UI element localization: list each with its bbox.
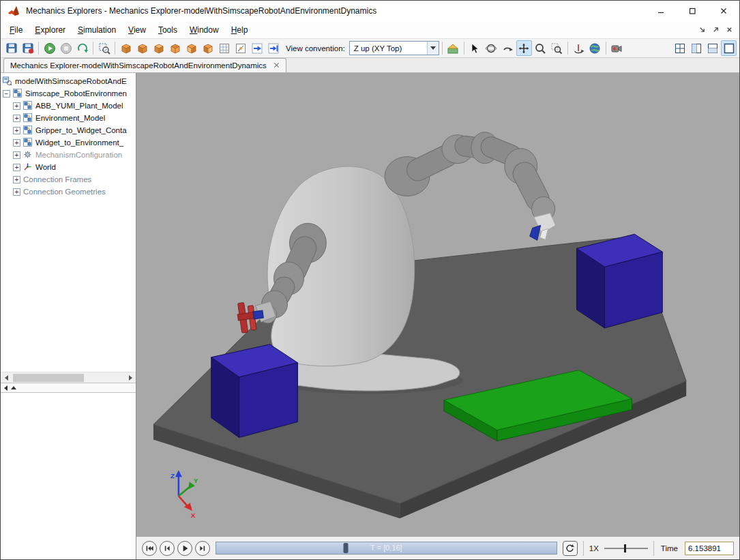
- save-button[interactable]: [3, 40, 19, 56]
- zoom-tool-button[interactable]: [533, 40, 548, 56]
- rotate-camera-button[interactable]: [571, 40, 587, 56]
- menu-tools[interactable]: Tools: [152, 23, 183, 38]
- mechanism-config-icon: [23, 150, 33, 160]
- frame-icon: [235, 42, 247, 55]
- view-bottom-button[interactable]: [167, 40, 183, 56]
- tree-item-widget-to-environment[interactable]: + Widget_to_Environment_: [1, 136, 136, 149]
- speed-slider-handle[interactable]: [624, 544, 626, 552]
- maximize-button[interactable]: [677, 1, 708, 21]
- globe-view-button[interactable]: [587, 40, 603, 56]
- go-to-start-button[interactable]: [142, 541, 157, 556]
- tree-item-model-root[interactable]: modelWithSimscapeRobotAndE: [1, 75, 136, 87]
- fit-to-view-button[interactable]: [96, 40, 112, 56]
- pane-splitter[interactable]: [1, 383, 136, 393]
- step-back-button[interactable]: [160, 541, 175, 556]
- close-x-icon: [726, 26, 733, 33]
- playback-bar: T = [0,16] 1X Time: [136, 536, 739, 559]
- play-button[interactable]: [177, 541, 192, 556]
- expand-expander-icon[interactable]: +: [13, 164, 20, 171]
- layout-grid-button[interactable]: [672, 40, 687, 56]
- menu-window[interactable]: Window: [183, 23, 225, 38]
- scroll-left-button[interactable]: [1, 372, 12, 383]
- expand-expander-icon[interactable]: +: [13, 188, 20, 196]
- pointer-tool-button[interactable]: [467, 40, 483, 56]
- force-arrow-button[interactable]: [265, 40, 281, 56]
- scroll-right-button[interactable]: [125, 372, 136, 383]
- scrollbar-thumb[interactable]: [13, 374, 84, 382]
- run-button[interactable]: [42, 40, 57, 56]
- robot-right-arm: [385, 132, 555, 241]
- scrollbar-track[interactable]: [12, 372, 125, 383]
- tree-item-world[interactable]: + World: [1, 161, 136, 173]
- window-controls: [645, 1, 739, 21]
- collapse-left-icon[interactable]: [4, 385, 8, 391]
- timeline-handle[interactable]: [343, 543, 348, 553]
- play-icon: [179, 543, 190, 554]
- dock-arrow-icon[interactable]: [696, 24, 708, 36]
- play-icon: [44, 42, 56, 55]
- roll-tool-button[interactable]: [500, 40, 516, 56]
- grid-toggle-button[interactable]: [216, 40, 232, 56]
- view-back-button[interactable]: [134, 40, 150, 56]
- tab-close-button[interactable]: [273, 61, 280, 70]
- timeline[interactable]: T = [0,16]: [216, 542, 557, 555]
- close-button[interactable]: [708, 1, 739, 21]
- view-top-button[interactable]: [151, 40, 166, 56]
- view-left-button[interactable]: [183, 40, 199, 56]
- record-video-button[interactable]: [609, 40, 625, 56]
- tree-item-abb-yumi-plant-model[interactable]: + ABB_YUMI_Plant_Model: [1, 100, 136, 112]
- undock-icon[interactable]: [709, 24, 722, 36]
- viewport-3d[interactable]: Z Y X: [136, 73, 739, 536]
- minimize-button[interactable]: [645, 1, 677, 21]
- 3d-scene[interactable]: Z Y X: [136, 73, 739, 536]
- expand-expander-icon[interactable]: +: [13, 176, 20, 183]
- menu-simulation[interactable]: Simulation: [72, 23, 122, 38]
- expand-expander-icon[interactable]: +: [13, 127, 20, 134]
- restore-view-button[interactable]: [445, 40, 461, 56]
- time-input[interactable]: [685, 542, 734, 555]
- view-front-button[interactable]: [118, 40, 134, 56]
- expand-expander-icon[interactable]: +: [13, 139, 20, 147]
- loop-button[interactable]: [563, 541, 578, 556]
- menu-file[interactable]: File: [3, 23, 29, 38]
- zoom-region-tool-button[interactable]: [549, 40, 565, 56]
- expand-expander-icon[interactable]: +: [13, 151, 20, 159]
- tab-mechanics-explorer[interactable]: Mechanics Explorer-modelWithSimscapeRobo…: [3, 58, 286, 72]
- tree-item-label: Connection Geometries: [23, 188, 106, 196]
- step-forward-button[interactable]: [195, 541, 210, 556]
- menu-view[interactable]: View: [122, 23, 152, 38]
- menu-help[interactable]: Help: [225, 23, 254, 38]
- frame-toggle-button[interactable]: [233, 40, 248, 56]
- view-right-button[interactable]: [200, 40, 216, 56]
- orbit-tool-button[interactable]: [484, 40, 499, 56]
- subsystem-icon: [23, 101, 33, 110]
- tree-horizontal-scrollbar[interactable]: [1, 372, 136, 383]
- view-box-top-icon: [153, 42, 165, 55]
- view-convention-select[interactable]: Z up (XY Top): [349, 41, 439, 55]
- tree-item-gripper-to-widget-contact[interactable]: + Gripper_to_Widget_Conta: [1, 124, 136, 136]
- pan-tool-button[interactable]: [516, 40, 532, 56]
- pan-icon: [518, 42, 530, 55]
- collapse-expander-icon[interactable]: −: [3, 90, 10, 98]
- speed-slider[interactable]: [604, 544, 648, 553]
- expand-expander-icon[interactable]: +: [13, 115, 20, 122]
- com-arrow-button[interactable]: [249, 40, 265, 56]
- layout-single-button[interactable]: [721, 40, 737, 56]
- expand-expander-icon[interactable]: +: [13, 102, 20, 110]
- restore-view-icon: [447, 42, 459, 55]
- tree-item-connection-geometries[interactable]: + Connection Geometries: [1, 186, 136, 198]
- record-video-icon: [610, 42, 623, 55]
- menu-explorer[interactable]: Explorer: [29, 23, 72, 38]
- save-as-button[interactable]: [20, 40, 35, 56]
- viewer-column: Z Y X T = [0,16]: [136, 73, 739, 559]
- tree-item-environment-model[interactable]: + Environment_Model: [1, 112, 136, 124]
- collapse-up-icon[interactable]: [11, 386, 16, 389]
- simulation-pace-button[interactable]: [74, 40, 90, 56]
- layout-split-vertical-button[interactable]: [688, 40, 704, 56]
- close-pane-icon[interactable]: [723, 24, 735, 36]
- tree-item-mechanism-configuration[interactable]: + MechanismConfiguration: [1, 149, 136, 161]
- tree-item-connection-frames[interactable]: + Connection Frames: [1, 173, 136, 186]
- tree-item-simscape-robot-environment[interactable]: − Simscape_RobotEnvironmen: [1, 87, 136, 100]
- layout-split-horizontal-button[interactable]: [705, 40, 720, 56]
- stop-button[interactable]: [58, 40, 74, 56]
